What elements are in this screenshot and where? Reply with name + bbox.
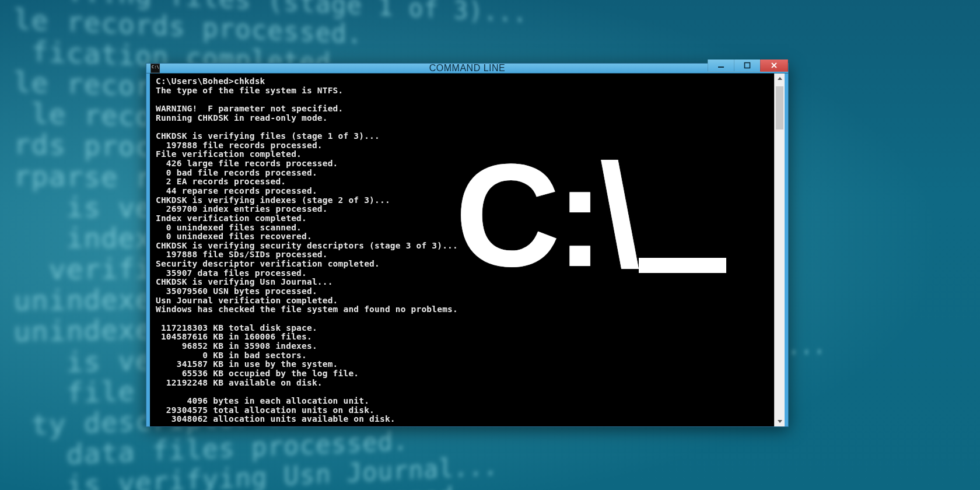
cmd-icon (150, 64, 160, 73)
console-output[interactable]: C:\Users\Bohed>chkdsk The type of the fi… (150, 74, 774, 426)
minimize-button[interactable] (708, 60, 734, 72)
close-button[interactable] (760, 60, 788, 72)
vertical-scrollbar[interactable] (774, 74, 785, 426)
scroll-track[interactable] (775, 84, 785, 416)
svg-rect-0 (718, 66, 724, 68)
scroll-thumb[interactable] (776, 86, 783, 130)
command-line-window: COMMAND LINE C:\Users\Bohed>chkdsk The t… (146, 63, 789, 427)
scroll-up-icon[interactable] (775, 74, 785, 84)
window-title: COMMAND LINE (146, 63, 788, 74)
svg-rect-1 (745, 63, 750, 68)
titlebar[interactable]: COMMAND LINE (146, 64, 788, 74)
maximize-button[interactable] (734, 60, 761, 72)
scroll-down-icon[interactable] (775, 416, 785, 426)
client-area: C:\Users\Bohed>chkdsk The type of the fi… (150, 74, 785, 426)
window-controls (708, 60, 788, 72)
